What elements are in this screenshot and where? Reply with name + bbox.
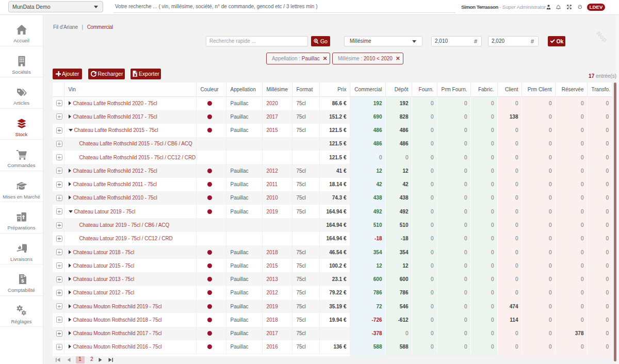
svg-text:$: $ [21, 278, 24, 284]
